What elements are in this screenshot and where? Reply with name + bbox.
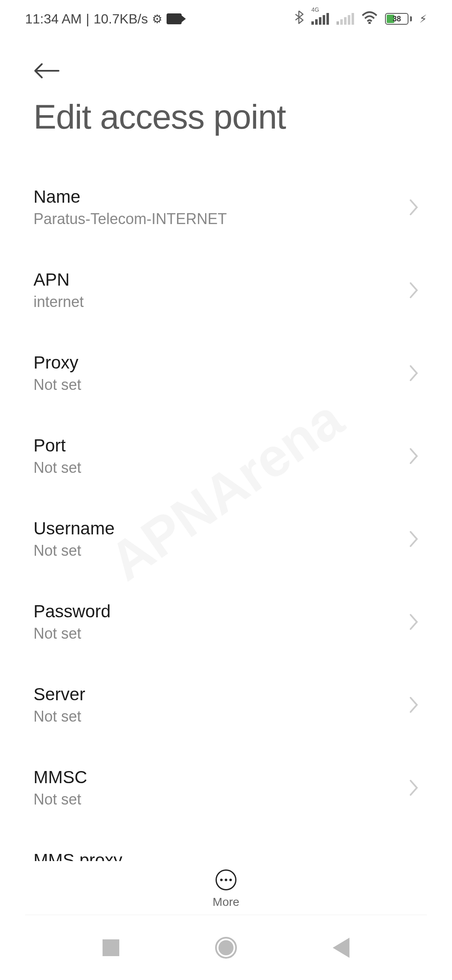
more-label: More (213, 895, 239, 909)
battery-percent: 38 (393, 15, 401, 23)
signal-secondary (336, 13, 354, 25)
wifi-icon (362, 11, 378, 27)
setting-label: Username (33, 518, 409, 539)
gear-icon: ⚙ (152, 12, 162, 26)
setting-value: Not set (33, 791, 409, 808)
setting-server[interactable]: Server Not set (0, 663, 452, 746)
setting-label: Password (33, 601, 409, 622)
nav-back-button[interactable] (333, 938, 349, 958)
setting-value: Paratus-Telecom-INTERNET (33, 210, 409, 228)
svg-point-0 (368, 22, 371, 24)
chevron-right-icon (409, 282, 419, 299)
more-ellipsis-icon (216, 869, 236, 890)
chevron-right-icon (409, 531, 419, 547)
setting-value: internet (33, 293, 409, 311)
setting-label: Server (33, 684, 409, 704)
setting-value: Not set (33, 376, 409, 394)
status-bar-right: 4G 38 ⚡︎ (294, 10, 427, 28)
chevron-right-icon (409, 365, 419, 382)
camera-icon (167, 13, 182, 24)
setting-mmsc[interactable]: MMSC Not set (0, 746, 452, 829)
page-title: Edit access point (33, 97, 419, 137)
setting-label: APN (33, 270, 409, 290)
chevron-right-icon (409, 448, 419, 464)
setting-username[interactable]: Username Not set (0, 498, 452, 580)
setting-name[interactable]: Name Paratus-Telecom-INTERNET (0, 166, 452, 249)
back-button[interactable] (33, 54, 419, 97)
setting-port[interactable]: Port Not set (0, 415, 452, 498)
status-separator: | (86, 11, 89, 27)
chevron-right-icon (409, 779, 419, 796)
status-bar-left: 11:34 AM | 10.7KB/s ⚙ (25, 11, 182, 27)
status-bar: 11:34 AM | 10.7KB/s ⚙ 4G (0, 0, 452, 38)
status-time: 11:34 AM (25, 11, 82, 27)
bluetooth-icon (294, 10, 304, 28)
setting-value: Not set (33, 708, 409, 725)
chevron-right-icon (409, 696, 419, 713)
nav-home-button[interactable] (215, 937, 237, 959)
setting-proxy[interactable]: Proxy Not set (0, 332, 452, 415)
back-arrow-icon (33, 63, 59, 79)
chevron-right-icon (409, 614, 419, 630)
setting-label: Port (33, 436, 409, 456)
charging-icon: ⚡︎ (419, 13, 427, 26)
setting-label: Name (33, 187, 409, 207)
page-header: Edit access point (0, 38, 452, 137)
nav-recent-button[interactable] (103, 939, 119, 956)
setting-label: Proxy (33, 353, 409, 373)
setting-value: Not set (33, 542, 409, 560)
chevron-right-icon (409, 199, 419, 216)
signal-primary: 4G (311, 13, 329, 25)
more-button[interactable]: More (0, 861, 452, 909)
setting-apn[interactable]: APN internet (0, 249, 452, 332)
setting-password[interactable]: Password Not set (0, 580, 452, 663)
setting-value: Not set (33, 459, 409, 477)
setting-label: MMSC (33, 767, 409, 787)
network-type-label: 4G (311, 6, 319, 13)
status-data-rate: 10.7KB/s (94, 11, 148, 27)
settings-list[interactable]: Name Paratus-Telecom-INTERNET APN intern… (0, 166, 452, 920)
android-nav-bar (0, 915, 452, 980)
setting-value: Not set (33, 625, 409, 642)
battery-indicator: 38 (385, 13, 412, 25)
